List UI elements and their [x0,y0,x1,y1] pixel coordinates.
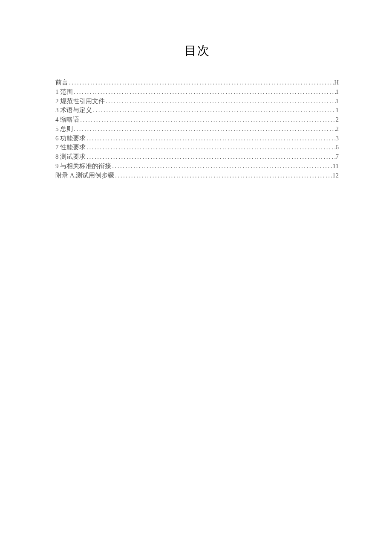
toc-entry: 前言 H [55,78,339,87]
toc-entry: 8 测试要求 7 [55,152,339,162]
toc-entry-page: H [334,78,339,87]
toc-dots [86,152,335,162]
toc-dots [73,125,335,134]
toc-entry-label: 8 测试要求 [55,152,86,162]
toc-dots [114,171,332,180]
toc-dots [105,97,335,106]
toc-entry-label: 7 性能要求 [55,143,86,152]
toc-entry: 2 规范性引用文件 1 [55,97,339,106]
toc-dots [92,106,335,115]
toc-entry-label: 3 术语与定义 [55,106,92,115]
toc-dots [86,143,335,152]
toc-entry-label: 前言 [55,78,68,87]
toc-dots [68,78,334,87]
page-title: 目次 [55,43,339,59]
toc-entry-page: 6 [336,143,339,152]
toc-entry: 3 术语与定义 1 [55,106,339,115]
toc-entry-page: 3 [336,134,339,143]
toc-entry-label: 9 与相关标准的衔接 [55,162,111,171]
toc-entry-label: 6 功能要求 [55,134,86,143]
toc-entry: 4 缩略语 2 [55,115,339,125]
toc-dots [111,162,332,171]
toc-entry-page: 12 [332,171,339,180]
toc-list: 前言 H 1 范围 1 2 规范性引用文件 1 3 术语与定义 1 4 缩略语 … [55,78,339,180]
toc-entry-label: 2 规范性引用文件 [55,97,105,106]
toc-entry-page: 2 [336,125,339,134]
toc-entry: 附录 A.测试用例步骤 12 [55,171,339,180]
toc-entry-label: 1 范围 [55,87,73,97]
toc-entry-page: 1 [336,106,339,115]
toc-entry: 1 范围 1 [55,87,339,97]
toc-entry-page: 11 [333,162,339,171]
toc-dots [73,87,335,97]
toc-entry-label: 5 总则 [55,125,73,134]
toc-dots [86,134,335,143]
toc-entry-label: 4 缩略语 [55,115,79,125]
toc-entry: 5 总则 2 [55,125,339,134]
toc-entry-page: 1 [336,87,339,97]
toc-dots [79,115,335,125]
toc-entry-page: 1 [336,97,339,106]
toc-entry-label: 附录 A.测试用例步骤 [55,171,114,180]
toc-entry-page: 7 [336,152,339,162]
toc-entry-page: 2 [336,115,339,125]
toc-entry: 9 与相关标准的衔接 11 [55,162,339,171]
toc-entry: 6 功能要求 3 [55,134,339,143]
toc-entry: 7 性能要求 6 [55,143,339,152]
